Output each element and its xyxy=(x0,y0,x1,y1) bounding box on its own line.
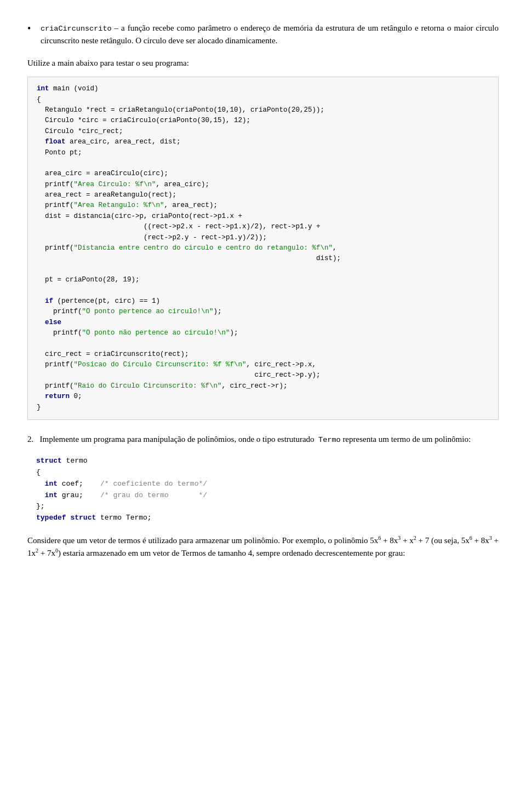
consider-text2: + 8x xyxy=(381,536,398,545)
section2-number: 2. xyxy=(27,435,33,444)
section2-text2: representa um termo de um polinômio: xyxy=(342,435,471,444)
comment-grau: /* grau do termo */ xyxy=(100,491,207,499)
main-code-block: int main (void) { Retangulo *rect = cria… xyxy=(27,77,499,420)
keyword-else: else xyxy=(45,319,61,326)
string-nao-pertence: "O ponto não pertence ao circulo!\n" xyxy=(82,329,230,337)
string-distancia: "Distancia entre centro do circulo e cen… xyxy=(74,244,333,252)
utilize-text: Utilize a main abaixo para testar o seu … xyxy=(27,57,499,70)
keyword-int-coef: int xyxy=(45,480,58,488)
termo-inline-code: Termo xyxy=(318,436,341,444)
consider-text8: ) estaria armazenado em um vetor de Term… xyxy=(58,549,405,557)
string-raio: "Raio do Circulo Circunscrito: %f\n" xyxy=(74,382,222,390)
comment-coef: /* coeficiente do termo*/ xyxy=(100,480,207,488)
string-posicao: "Posicao do Circulo Circunscrito: %f %f\… xyxy=(74,361,247,368)
keyword-typedef: typedef xyxy=(36,514,66,522)
consider-text5: + 8x xyxy=(472,536,489,545)
struct-code-block: struct termo { int coef; /* coeficiente … xyxy=(27,451,499,528)
keyword-return: return xyxy=(45,393,70,400)
bullet-section: • criaCircunscrito – a função recebe com… xyxy=(27,22,499,47)
keyword-float: float xyxy=(45,138,66,146)
string-area-circ: "Area Circulo: %f\n" xyxy=(74,181,156,188)
section2-header: 2. Implemente um programa para manipulaç… xyxy=(27,433,499,446)
consider-text4: + 7 (ou seja, 5x xyxy=(416,536,470,545)
bullet-dot: • xyxy=(27,22,41,47)
string-area-rect: "Area Retangulo: %f\n" xyxy=(74,201,164,209)
consider-text7: + 7x xyxy=(38,549,55,557)
keyword-struct2: struct xyxy=(70,514,96,522)
string-pertence: "O ponto pertence ao circulo!\n" xyxy=(82,308,214,315)
consider-text1: Considere que um vetor de termos é utili… xyxy=(27,536,378,545)
section2-text: Implemente um programa para manipulação … xyxy=(40,435,315,444)
keyword-if: if xyxy=(45,297,53,305)
bullet-text-criacircunscrito: criaCircunscrito – a função recebe como … xyxy=(41,22,499,47)
consider-text3: + x xyxy=(401,536,414,545)
function-name-criacircunscrito: criaCircunscrito xyxy=(41,25,112,33)
consider-paragraph: Considere que um vetor de termos é utili… xyxy=(27,534,499,560)
bullet-item-criacircunscrito: • criaCircunscrito – a função recebe com… xyxy=(27,22,499,47)
keyword-int-grau: int xyxy=(45,491,58,499)
keyword-struct: struct xyxy=(36,457,62,465)
keyword-int: int xyxy=(37,85,49,93)
